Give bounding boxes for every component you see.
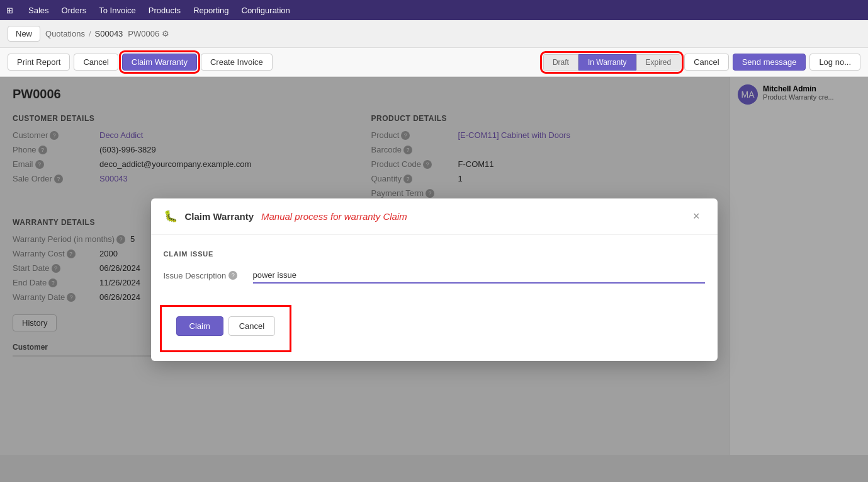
- modal-header: 🐛 Claim Warranty Manual process for warr…: [151, 198, 718, 235]
- breadcrumb-parent[interactable]: Quotations: [45, 29, 85, 38]
- nav-items: Sales Orders To Invoice Products Reporti…: [28, 6, 290, 15]
- nav-to-invoice[interactable]: To Invoice: [99, 6, 136, 15]
- action-bar: New Quotations / S00043 PW0006 ⚙: [0, 20, 868, 48]
- modal-close-button[interactable]: ×: [688, 207, 705, 226]
- nav-reporting[interactable]: Reporting: [193, 6, 228, 15]
- nav-configuration[interactable]: Configuration: [242, 6, 290, 15]
- status-cancel-button[interactable]: Cancel: [684, 54, 728, 71]
- create-invoice-button[interactable]: Create Invoice: [201, 54, 273, 71]
- issue-description-label: Issue Description ?: [164, 271, 245, 280]
- top-nav: ⊞ Sales Orders To Invoice Products Repor…: [0, 0, 868, 20]
- status-draft[interactable]: Draft: [543, 54, 578, 71]
- modal-bug-icon: 🐛: [164, 209, 178, 223]
- claim-button[interactable]: Claim: [176, 316, 223, 336]
- send-message-button[interactable]: Send message: [733, 54, 806, 71]
- modal-cancel-button[interactable]: Cancel: [228, 316, 275, 336]
- modal-title: Claim Warranty: [185, 211, 254, 222]
- print-report-button[interactable]: Print Report: [8, 54, 70, 71]
- status-in-warranty[interactable]: In Warranty: [578, 54, 636, 71]
- record-id-value: PW0006: [128, 29, 159, 38]
- app-grid-icon[interactable]: ⊞: [6, 6, 13, 15]
- gear-icon[interactable]: ⚙: [162, 29, 169, 38]
- toolbar: Print Report Cancel Claim Warranty Creat…: [0, 48, 868, 77]
- breadcrumb-separator: /: [89, 29, 91, 38]
- nav-sales[interactable]: Sales: [28, 6, 49, 15]
- modal-title-group: 🐛 Claim Warranty Manual process for warr…: [164, 209, 680, 223]
- breadcrumb-current: S00043: [95, 29, 123, 38]
- modal-subtitle: Manual process for warranty Claim: [261, 211, 407, 222]
- issue-description-input[interactable]: [253, 268, 705, 284]
- issue-desc-help-icon[interactable]: ?: [228, 271, 237, 280]
- modal-dialog: 🐛 Claim Warranty Manual process for warr…: [151, 198, 718, 361]
- log-note-button[interactable]: Log no...: [809, 54, 860, 71]
- modal-footer: Claim Cancel: [164, 309, 288, 348]
- breadcrumb: Quotations / S00043: [45, 29, 123, 38]
- claim-warranty-button[interactable]: Claim Warranty: [122, 54, 197, 71]
- new-button[interactable]: New: [8, 26, 40, 42]
- modal-section-title: CLAIM ISSUE: [164, 250, 705, 258]
- status-bar: Draft In Warranty Expired: [543, 54, 680, 71]
- status-expired[interactable]: Expired: [636, 54, 681, 71]
- modal-body: CLAIM ISSUE Issue Description ?: [151, 235, 718, 309]
- modal-overlay: 🐛 Claim Warranty Manual process for warr…: [0, 77, 868, 482]
- record-id: PW0006 ⚙: [128, 29, 169, 38]
- page-wrap: PW0006 CUSTOMER DETAILS Customer ? Deco …: [0, 77, 868, 482]
- nav-products[interactable]: Products: [149, 6, 181, 15]
- cancel-button[interactable]: Cancel: [74, 54, 118, 71]
- issue-description-row: Issue Description ?: [164, 268, 705, 284]
- nav-orders[interactable]: Orders: [62, 6, 87, 15]
